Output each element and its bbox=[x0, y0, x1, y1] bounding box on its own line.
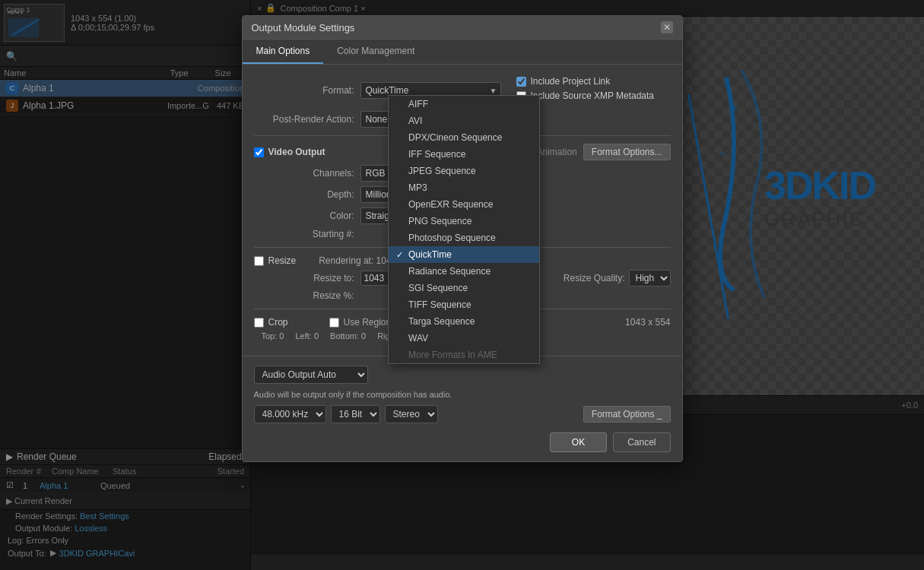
dialog-footer: Audio Output Auto Audio will be output o… bbox=[243, 356, 682, 461]
dropdown-item-label: AVI bbox=[408, 116, 422, 126]
dropdown-item-label: Radiance Sequence bbox=[408, 266, 491, 277]
dialog-titlebar: Output Module Settings ✕ bbox=[243, 16, 682, 40]
tab-color-management[interactable]: Color Management bbox=[323, 40, 428, 64]
channels-label: Channels: bbox=[254, 168, 360, 179]
audio-format-options-area: Format Options _ bbox=[583, 406, 671, 423]
dropdown-item[interactable]: Radiance Sequence bbox=[389, 263, 539, 280]
format-options-button[interactable]: Format Options... bbox=[583, 144, 671, 160]
include-project-link-row: Include Project Link bbox=[516, 76, 655, 87]
resize-quality-area: Resize Quality: High bbox=[564, 270, 671, 287]
dropdown-item-label: MP3 bbox=[408, 182, 427, 193]
dropdown-item-label: More Formats In AME bbox=[408, 350, 497, 360]
dropdown-item-label: TIFF Sequence bbox=[408, 299, 472, 310]
use-region-checkbox[interactable] bbox=[329, 318, 339, 328]
format-dropdown: AIFFAVIDPX/Cineon SequenceIFF SequenceJP… bbox=[388, 95, 540, 364]
video-output-label: Video Output bbox=[268, 147, 325, 157]
ok-button[interactable]: OK bbox=[550, 432, 607, 452]
dropdown-item-label: WAV bbox=[408, 333, 428, 344]
resize-percent-label: Resize %: bbox=[254, 290, 360, 301]
dropdown-item: More Formats In AME bbox=[389, 347, 539, 363]
include-project-link-checkbox[interactable] bbox=[516, 77, 526, 87]
dropdown-item-label: PNG Sequence bbox=[408, 216, 472, 226]
resize-checkbox[interactable] bbox=[254, 256, 264, 266]
dropdown-item-label: JPEG Sequence bbox=[408, 166, 476, 176]
dropdown-item[interactable]: Targa Sequence bbox=[389, 313, 539, 330]
dropdown-item-label: OpenEXR Sequence bbox=[408, 199, 493, 210]
dropdown-item[interactable]: WAV bbox=[389, 330, 539, 347]
depth-label: Depth: bbox=[254, 189, 360, 200]
resize-label: Resize bbox=[268, 255, 297, 266]
channels-select-audio[interactable]: Stereo bbox=[385, 405, 438, 423]
dropdown-item[interactable]: DPX/Cineon Sequence bbox=[389, 129, 539, 146]
dropdown-item[interactable]: OpenEXR Sequence bbox=[389, 196, 539, 213]
dropdown-item[interactable]: IFF Sequence bbox=[389, 146, 539, 163]
dropdown-item[interactable]: PNG Sequence bbox=[389, 213, 539, 230]
dropdown-item[interactable]: MP3 bbox=[389, 179, 539, 196]
audio-settings-row: 48.000 kHz 16 Bit Stereo Format Options … bbox=[254, 405, 671, 423]
format-options-area: Animation Format Options... bbox=[536, 144, 670, 160]
starting-num-label: Starting #: bbox=[254, 229, 360, 239]
dropdown-item[interactable]: ✓QuickTime bbox=[389, 246, 539, 263]
checkmark-icon: ✓ bbox=[396, 250, 408, 260]
resize-quality-select[interactable]: High bbox=[629, 270, 671, 287]
audio-output-row: Audio Output Auto bbox=[254, 366, 671, 384]
audio-note: Audio will be output only if the composi… bbox=[254, 390, 671, 399]
animation-label: Animation bbox=[536, 147, 576, 157]
dropdown-item[interactable]: AIFF bbox=[389, 96, 539, 112]
dropdown-item[interactable]: SGI Sequence bbox=[389, 280, 539, 296]
dropdown-item-label: IFF Sequence bbox=[408, 149, 465, 160]
cancel-button[interactable]: Cancel bbox=[613, 432, 670, 452]
include-project-link-label: Include Project Link bbox=[531, 76, 611, 87]
dropdown-item-label: DPX/Cineon Sequence bbox=[408, 132, 502, 143]
dropdown-item-label: Targa Sequence bbox=[408, 316, 475, 327]
crop-label: Crop bbox=[268, 317, 314, 328]
audio-format-options-button[interactable]: Format Options _ bbox=[583, 406, 671, 423]
sample-rate-select[interactable]: 48.000 kHz bbox=[254, 405, 326, 423]
include-source-xmp-label: Include Source XMP Metadata bbox=[531, 90, 655, 101]
dialog-title: Output Module Settings bbox=[252, 22, 355, 33]
dialog-tabs: Main Options Color Management bbox=[243, 40, 682, 65]
dialog-buttons: OK Cancel bbox=[254, 432, 671, 452]
format-label: Format: bbox=[254, 85, 360, 96]
resize-to-label: Resize to: bbox=[254, 273, 360, 283]
dropdown-item[interactable]: JPEG Sequence bbox=[389, 163, 539, 179]
dropdown-item-label: SGI Sequence bbox=[408, 283, 468, 293]
resize-quality-label: Resize Quality: bbox=[564, 273, 625, 283]
dialog-close-button[interactable]: ✕ bbox=[661, 21, 673, 33]
dropdown-item[interactable]: Photoshop Sequence bbox=[389, 230, 539, 246]
dropdown-item-label: AIFF bbox=[408, 99, 428, 109]
dropdown-item-label: QuickTime bbox=[408, 249, 452, 260]
audio-output-select[interactable]: Audio Output Auto bbox=[254, 366, 368, 384]
crop-checkbox[interactable] bbox=[254, 318, 264, 328]
bit-depth-select[interactable]: 16 Bit bbox=[331, 405, 380, 423]
dropdown-item[interactable]: TIFF Sequence bbox=[389, 296, 539, 313]
tab-main-options[interactable]: Main Options bbox=[243, 40, 324, 64]
video-output-checkbox[interactable] bbox=[254, 147, 264, 157]
dropdown-item[interactable]: AVI bbox=[389, 112, 539, 129]
dropdown-item-label: Photoshop Sequence bbox=[408, 233, 496, 243]
post-render-label: Post-Render Action: bbox=[254, 114, 360, 125]
crop-size-label: 1043 x 554 bbox=[625, 317, 670, 328]
color-label: Color: bbox=[254, 211, 360, 221]
